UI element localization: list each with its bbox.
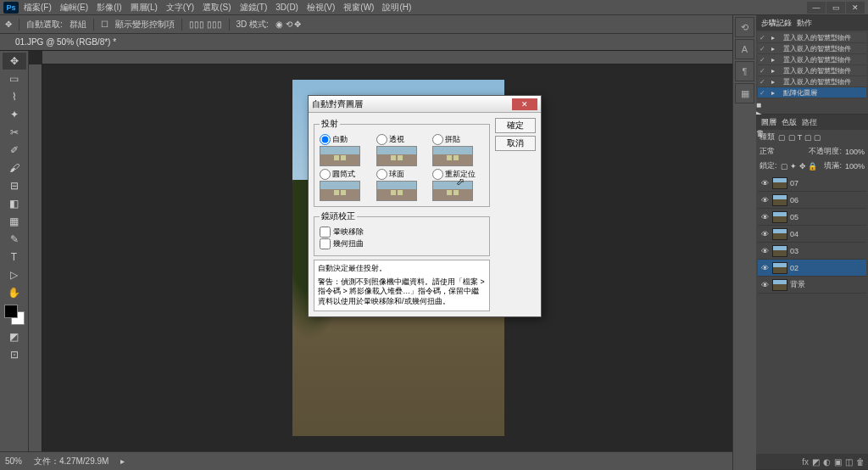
quickmask-tool[interactable]: ◩	[3, 328, 26, 345]
layer-row[interactable]: 👁02	[758, 260, 866, 277]
actions-tab-actions[interactable]: 動作	[797, 18, 812, 29]
paths-tab[interactable]: 路徑	[802, 117, 817, 128]
move-tool[interactable]: ✥	[3, 53, 26, 70]
history-item[interactable]: ✓▸置入嵌入的智慧型物件	[758, 76, 866, 87]
adjustment-icon[interactable]: ◐	[823, 457, 831, 467]
menu-window[interactable]: 視窗(W)	[340, 2, 377, 14]
projection-persp-radio[interactable]: 透視	[376, 133, 428, 145]
swatches-icon[interactable]: ▦	[735, 83, 754, 104]
layer-thumb	[772, 262, 787, 274]
wand-tool[interactable]: ✦	[3, 106, 26, 123]
menu-3d[interactable]: 3D(D)	[272, 3, 302, 12]
menu-file[interactable]: 檔案(F)	[20, 2, 55, 14]
history-item[interactable]: ✓▸置入嵌入的智慧型物件	[758, 43, 866, 54]
dialog-close[interactable]: ✕	[512, 98, 537, 110]
pen-tool[interactable]: ✎	[3, 231, 26, 248]
brush-tool[interactable]: 🖌	[3, 159, 26, 176]
layer-thumb	[772, 228, 787, 240]
distortion-checkbox[interactable]: 幾何扭曲	[320, 238, 484, 249]
layer-row[interactable]: 👁05	[758, 209, 866, 226]
opacity-value[interactable]: 100%	[845, 148, 865, 156]
visibility-icon[interactable]: 👁	[760, 264, 770, 272]
ruler-vertical[interactable]	[29, 64, 42, 451]
marquee-tool[interactable]: ▭	[3, 70, 26, 87]
projection-auto-radio[interactable]: 自動	[320, 133, 371, 145]
actions-tab-history[interactable]: 步驟記錄	[761, 18, 792, 29]
group-icon[interactable]: ▣	[834, 457, 842, 467]
layer-row[interactable]: 👁03	[758, 243, 866, 260]
eyedropper-tool[interactable]: ✐	[3, 142, 26, 159]
projection-sphere-radio[interactable]: 球面	[376, 168, 428, 180]
doc-size[interactable]: 文件：4.27M/29.9M	[34, 456, 108, 467]
align-icons[interactable]: ▯▯▯ ▯▯▯	[189, 20, 222, 29]
auto-select-dropdown[interactable]: 群組	[70, 19, 86, 31]
status-arrow[interactable]: ▸	[120, 456, 125, 466]
history-item[interactable]: ✓▸置入嵌入的智慧型物件	[758, 65, 866, 76]
projection-cyl-radio[interactable]: 圓筒式	[320, 168, 371, 180]
fill-value[interactable]: 100%	[845, 162, 865, 171]
dialog-titlebar[interactable]: 自動對齊圖層 ✕	[309, 96, 541, 113]
visibility-icon[interactable]: 👁	[760, 281, 770, 289]
zoom-level[interactable]: 50%	[5, 456, 22, 466]
projection-collage-radio[interactable]: 拼貼	[432, 133, 484, 145]
window-maximize[interactable]: ▭	[826, 2, 845, 14]
menu-edit[interactable]: 編輯(E)	[57, 2, 92, 14]
vignette-checkbox[interactable]: 暈映移除	[320, 227, 484, 238]
lasso-tool[interactable]: ⌇	[3, 88, 26, 105]
menu-select[interactable]: 選取(S)	[199, 2, 234, 14]
cancel-button[interactable]: 取消	[495, 136, 536, 151]
visibility-icon[interactable]: 👁	[760, 196, 770, 204]
mode-3d-icons[interactable]: ◉ ⟲ ✥	[275, 20, 302, 29]
history-icon[interactable]: ⟲	[735, 17, 754, 37]
crop-tool[interactable]: ✂	[3, 124, 26, 141]
path-tool[interactable]: ▷	[3, 266, 26, 283]
history-item[interactable]: ✓▸置入嵌入的智慧型物件	[758, 32, 866, 43]
transform-controls-checkbox[interactable]: ☐	[101, 20, 108, 29]
visibility-icon[interactable]: 👁	[760, 213, 770, 221]
menu-image[interactable]: 影像(I)	[93, 2, 125, 14]
layers-tab[interactable]: 圖層	[761, 117, 776, 128]
lock-label: 鎖定:	[760, 160, 777, 171]
lock-icons[interactable]: ▢ ✦ ✥ 🔒	[781, 162, 818, 171]
visibility-icon[interactable]: 👁	[760, 247, 770, 255]
layer-row[interactable]: 👁07	[758, 175, 866, 192]
channels-tab[interactable]: 色版	[782, 117, 797, 128]
opacity-label: 不透明度:	[809, 146, 842, 157]
blend-mode[interactable]: 正常	[760, 146, 775, 157]
color-swatches[interactable]	[4, 305, 25, 325]
ruler-horizontal[interactable]	[42, 51, 732, 64]
char-icon[interactable]: A	[735, 39, 754, 59]
menu-type[interactable]: 文字(Y)	[163, 2, 198, 14]
visibility-icon[interactable]: 👁	[760, 230, 770, 238]
new-layer-icon[interactable]: ◫	[845, 457, 853, 467]
hand-tool[interactable]: ✋	[3, 284, 26, 301]
stamp-tool[interactable]: ⊟	[3, 177, 26, 194]
para-icon[interactable]: ¶	[735, 61, 754, 81]
menu-filter[interactable]: 濾鏡(T)	[236, 2, 271, 14]
dialog-title: 自動對齊圖層	[312, 98, 363, 110]
stop-icon[interactable]: ■	[756, 100, 868, 109]
actions-panel: 步驟記錄動作 ✓▸置入嵌入的智慧型物件 ✓▸置入嵌入的智慧型物件 ✓▸置入嵌入的…	[756, 15, 868, 115]
visibility-icon[interactable]: 👁	[760, 179, 770, 187]
layer-row[interactable]: 👁背景	[758, 277, 866, 294]
history-item[interactable]: ✓▸置入嵌入的智慧型物件	[758, 54, 866, 65]
layer-row[interactable]: 👁04	[758, 226, 866, 243]
window-minimize[interactable]: —	[807, 2, 826, 14]
fx-icon[interactable]: fx	[802, 457, 809, 467]
window-close[interactable]: ✕	[846, 2, 865, 14]
gradient-tool[interactable]: ▦	[3, 213, 26, 230]
type-tool[interactable]: T	[3, 249, 26, 266]
ok-button[interactable]: 確定	[495, 118, 536, 133]
filter-icons[interactable]: ▢ ▢ T ▢ ▢	[778, 133, 821, 142]
document-tab[interactable]: 01.JPG @ 50% (RGB/8*) *	[8, 36, 123, 48]
menu-layer[interactable]: 圖層(L)	[127, 2, 161, 14]
menu-help[interactable]: 說明(H)	[379, 2, 415, 14]
mask-icon[interactable]: ◩	[812, 457, 820, 467]
eraser-tool[interactable]: ◧	[3, 195, 26, 212]
history-item[interactable]: ✓▸點陣化圖層	[758, 87, 866, 98]
menu-view[interactable]: 檢視(V)	[303, 2, 338, 14]
delete-layer-icon[interactable]: 🗑	[856, 457, 865, 467]
layer-row[interactable]: 👁06	[758, 192, 866, 209]
projection-repos-radio[interactable]: 重新定位	[432, 168, 484, 180]
screenmode-tool[interactable]: ⊡	[3, 346, 26, 363]
